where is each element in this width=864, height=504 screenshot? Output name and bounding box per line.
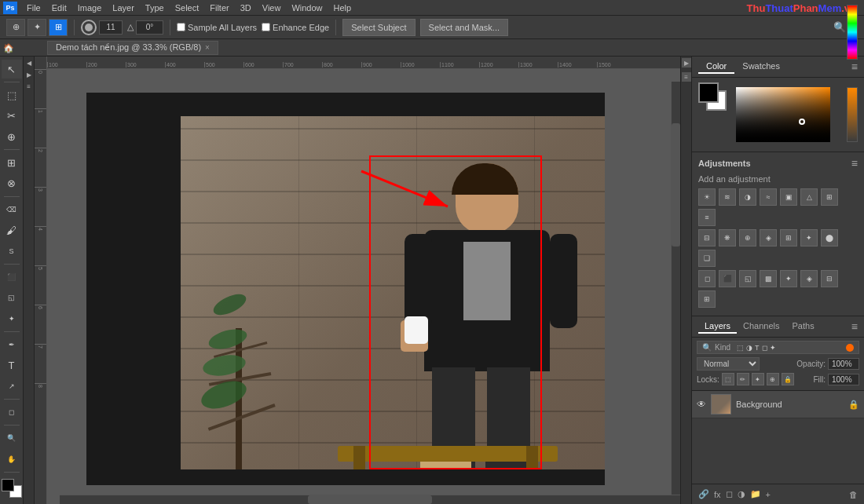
- menu-image[interactable]: Image: [73, 2, 107, 14]
- delete-layer-btn[interactable]: 🗑: [848, 488, 859, 501]
- tool-magic-wand-btn[interactable]: ⊞: [49, 19, 68, 36]
- fill-input[interactable]: [828, 374, 859, 385]
- color-tab[interactable]: Color: [698, 60, 734, 74]
- layers-panel-menu[interactable]: ≡: [851, 320, 858, 333]
- menu-file[interactable]: File: [22, 2, 46, 14]
- adj-icon-photofilter[interactable]: ⊟: [698, 229, 716, 247]
- kind-icon-type[interactable]: T: [755, 344, 760, 352]
- fg-bg-colors[interactable]: [698, 82, 727, 111]
- active-tab[interactable]: Demo tách nền.jpg @ 33.3% (RGB/8) ×: [47, 41, 218, 55]
- h-scrollbar-thumb[interactable]: [308, 495, 432, 504]
- foreground-color-swatch[interactable]: [698, 82, 719, 103]
- table-row[interactable]: 👁 Background 🔒: [692, 391, 864, 418]
- tool-text[interactable]: T: [2, 356, 22, 374]
- adj-icon-channelmixer[interactable]: ❋: [719, 229, 736, 247]
- horizontal-scrollbar[interactable]: [60, 495, 680, 504]
- select-subject-button[interactable]: Select Subject: [342, 19, 415, 36]
- adj-icon-gradient-fill[interactable]: ◱: [739, 270, 756, 287]
- layers-tab-channels[interactable]: Channels: [737, 320, 785, 334]
- tool-lasso[interactable]: ✂: [2, 107, 22, 126]
- menu-type[interactable]: Type: [141, 2, 169, 14]
- kind-icon-adjustment[interactable]: ◑: [746, 344, 752, 352]
- adj-icon-extra3[interactable]: ⊟: [821, 270, 838, 287]
- kind-icon-shape[interactable]: ◻: [762, 344, 767, 352]
- add-style-btn[interactable]: fx: [712, 488, 723, 501]
- adj-icon-selectivecolor[interactable]: ❑: [698, 250, 716, 267]
- menu-filter[interactable]: Filter: [205, 2, 233, 14]
- vertical-scrollbar[interactable]: [671, 82, 680, 495]
- photo-canvas[interactable]: [86, 93, 605, 485]
- lock-all-btn[interactable]: 🔒: [782, 373, 794, 385]
- tool-dodge[interactable]: ✦: [2, 309, 22, 328]
- search-icon[interactable]: 🔍: [833, 21, 846, 33]
- enhance-edge-checkbox[interactable]: [262, 23, 270, 31]
- adj-icon-colorbalance[interactable]: ⊞: [821, 188, 838, 206]
- tool-zoom[interactable]: 🔍: [2, 429, 22, 447]
- new-adj-btn[interactable]: ◑: [736, 488, 747, 501]
- adj-icon-pattern[interactable]: ◻: [698, 270, 716, 287]
- opacity-input[interactable]: [828, 358, 859, 370]
- right-panel-layers-btn[interactable]: ≡: [682, 72, 691, 82]
- tool-move[interactable]: ↖: [2, 60, 22, 79]
- tool-eyedropper[interactable]: ⊗: [2, 174, 22, 193]
- v-scrollbar-thumb[interactable]: [672, 123, 680, 247]
- menu-view[interactable]: View: [258, 2, 286, 14]
- adj-icon-bw[interactable]: ≡: [698, 209, 716, 226]
- menu-3d[interactable]: 3D: [236, 2, 256, 14]
- alpha-slider[interactable]: [847, 87, 858, 142]
- fg-bg-color-swatch[interactable]: [2, 479, 22, 498]
- layer-visibility-toggle[interactable]: 👁: [697, 399, 706, 410]
- right-panel-toggle-btn[interactable]: ▶: [682, 58, 691, 68]
- adj-icon-solid[interactable]: ⬛: [719, 270, 736, 287]
- home-icon[interactable]: 🏠: [3, 42, 14, 53]
- select-mask-button[interactable]: Select and Mask...: [420, 19, 509, 36]
- adj-icon-vibrance[interactable]: ▣: [780, 188, 797, 206]
- tool-healing[interactable]: ⌫: [2, 200, 22, 219]
- adjustments-panel-menu[interactable]: ≡: [851, 157, 858, 170]
- left-panel-history-btn[interactable]: ◀: [27, 58, 31, 68]
- adj-icon-exposure[interactable]: ≈: [760, 188, 777, 206]
- adj-icon-extra2[interactable]: ◈: [800, 270, 818, 287]
- color-panel-menu[interactable]: ≡: [851, 60, 858, 73]
- adj-icon-threshold[interactable]: ✦: [800, 229, 818, 247]
- canvas-inner[interactable]: [47, 69, 680, 504]
- tab-close-icon[interactable]: ×: [205, 43, 210, 52]
- left-panel-collapse-btn[interactable]: ≡: [27, 82, 31, 92]
- adj-icon-pattern2[interactable]: ▩: [760, 270, 777, 287]
- new-layer-btn[interactable]: +: [764, 488, 772, 501]
- tool-brush[interactable]: 🖌: [2, 221, 22, 239]
- adj-icon-curves[interactable]: ◑: [739, 188, 756, 206]
- menu-window[interactable]: Window: [287, 2, 327, 14]
- kind-icon-pixel[interactable]: ⬚: [737, 344, 744, 352]
- adj-icon-posterize[interactable]: ⊞: [780, 229, 797, 247]
- tool-lasso-btn[interactable]: ⊕: [6, 19, 25, 36]
- menu-edit[interactable]: Edit: [47, 2, 71, 14]
- add-mask-btn[interactable]: ◻: [724, 488, 734, 501]
- blend-mode-select[interactable]: Normal: [697, 357, 760, 371]
- tool-shape[interactable]: ◻: [2, 403, 22, 422]
- kind-icon-smartobj[interactable]: ✦: [770, 344, 776, 352]
- adj-icon-extra4[interactable]: ⊞: [698, 290, 716, 308]
- adj-icon-invert[interactable]: ◈: [760, 229, 777, 247]
- adj-icon-levels[interactable]: ≋: [719, 188, 736, 206]
- layers-tab-layers[interactable]: Layers: [698, 320, 737, 334]
- lock-pixels-btn[interactable]: ✏: [737, 373, 749, 385]
- new-group-btn[interactable]: 📁: [749, 488, 763, 501]
- menu-layer[interactable]: Layer: [108, 2, 139, 14]
- adj-icon-brightness[interactable]: ☀: [698, 188, 716, 206]
- tool-marquee[interactable]: ⬚: [2, 86, 22, 104]
- hue-slider[interactable]: [847, 5, 858, 60]
- tool-hand[interactable]: ✋: [2, 449, 22, 468]
- left-panel-actions-btn[interactable]: ▶: [27, 70, 31, 80]
- adj-icon-hsl[interactable]: △: [800, 188, 818, 206]
- menu-help[interactable]: Help: [329, 2, 357, 14]
- tool-eraser[interactable]: ⬛: [2, 268, 22, 287]
- tool-crop[interactable]: ⊞: [2, 153, 22, 172]
- lock-position-btn[interactable]: ✦: [752, 373, 764, 385]
- tool-lasso2-btn[interactable]: ✦: [27, 19, 46, 36]
- menu-select[interactable]: Select: [170, 2, 204, 14]
- lock-transparent-btn[interactable]: ⬚: [722, 373, 734, 385]
- tool-gradient[interactable]: ◱: [2, 288, 22, 307]
- tool-clone[interactable]: S: [2, 242, 22, 261]
- adj-icon-extra1[interactable]: ✦: [780, 270, 797, 287]
